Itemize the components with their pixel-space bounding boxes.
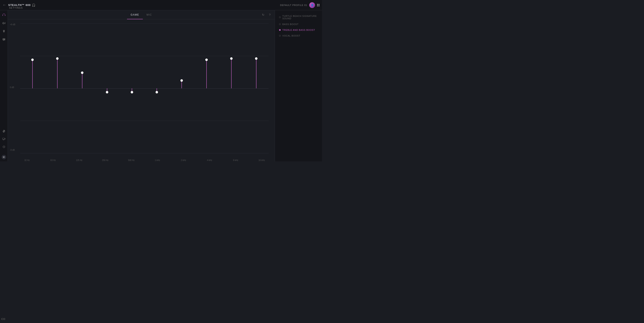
sidebar-item-settings[interactable] [2,129,6,133]
preset-item-0[interactable]: TURTLE BEACH SIGNATURE SOUND [278,13,320,21]
svg-rect-3 [3,22,4,24]
freq-label-500Hz: 500 Hz [118,159,144,161]
headset-icon: 🎧 [32,3,36,7]
eq-dot[interactable] [56,57,58,60]
eq-sliders [20,23,268,153]
back-button[interactable]: ← [2,3,6,7]
tab-mic[interactable]: MIC [143,10,156,19]
svg-rect-4 [4,22,4,24]
eq-stem [32,60,33,88]
eq-band-2kHz[interactable] [169,23,194,153]
grid-icon[interactable] [317,4,320,6]
svg-rect-8 [3,140,4,140]
eq-stem [256,58,256,88]
db-label-mid: 0 dB [10,86,15,88]
freq-label-32Hz: 32 Hz [14,159,40,161]
sidebar: M [0,10,8,161]
tabs-bar: GAME MIC ↻ ? [8,10,275,19]
freq-label-125Hz: 125 Hz [66,159,92,161]
svg-rect-7 [5,138,5,139]
eq-band-1kHz[interactable] [144,23,169,153]
eq-band-500Hz[interactable] [120,23,144,153]
preset-item-3[interactable]: VOCAL BOOST [278,33,320,38]
freq-labels: 32 Hz63 Hz125 Hz250 Hz500 Hz1 kHz2 kHz4 … [14,159,275,161]
freq-label-2kHz: 2 kHz [170,159,196,161]
eq-band-125Hz[interactable] [70,23,95,153]
profile-area: DEFAULT PROFILE 01 👤 [280,2,320,8]
eq-dot[interactable] [180,79,183,82]
preset-label-3: VOCAL BOOST [282,34,300,37]
freq-label-250Hz: 250 Hz [92,159,118,161]
preset-dot-1 [279,23,281,25]
eq-stem [82,73,82,88]
eq-dot[interactable] [205,58,208,61]
svg-rect-2 [2,22,3,24]
eq-area: +9 dB 0 dB -9 dB 32 Hz63 Hz125 Hz250 Hz5… [8,19,275,161]
main-layout: M GAME MIC ↻ ? +9 dB 0 dB -9 dB [0,10,322,161]
eq-dot[interactable] [230,57,232,60]
eq-band-4kHz[interactable] [194,23,219,153]
preset-label-0: TURTLE BEACH SIGNATURE SOUND [282,15,318,20]
avatar[interactable]: 👤 [309,2,315,8]
db-label-bot: -9 dB [10,149,15,151]
svg-rect-6 [2,138,4,139]
svg-rect-0 [2,15,3,16]
svg-rect-5 [5,22,5,24]
preset-dot-3 [279,35,281,36]
eq-band-8kHz[interactable] [219,23,244,153]
freq-label-8kHz: 8 kHz [222,159,249,161]
db-labels: +9 dB 0 dB -9 dB [10,23,15,151]
app-title-text: STEALTH™ 600 [8,3,30,6]
preset-dot-2 [279,29,281,31]
eq-band-16kHz[interactable] [244,23,268,153]
eq-dot[interactable] [81,71,84,74]
settings-label: SETTINGS [9,6,23,9]
eq-stem [206,60,207,88]
help-button[interactable]: ? [267,12,272,17]
eq-grid [20,23,268,153]
center-content: GAME MIC ↻ ? +9 dB 0 dB -9 dB [8,10,275,161]
svg-rect-1 [5,15,5,16]
sidebar-item-headset[interactable] [2,13,6,17]
eq-band-250Hz[interactable] [95,23,120,153]
profile-label: DEFAULT PROFILE 01 [280,4,307,6]
m-badge[interactable]: M [2,155,6,159]
preset-label-2: TREBLE AND BASS BOOST [282,29,315,31]
eq-band-63Hz[interactable] [45,23,70,153]
tab-actions: ↻ ? [261,12,272,17]
preset-item-1[interactable]: BASS BOOST [278,22,320,27]
app-title: STEALTH™ 600 🎧 [8,3,36,7]
freq-label-16kHz: 16 kHz [249,159,275,161]
sidebar-m-badge-area: M [2,155,6,159]
sidebar-item-chat[interactable] [2,37,6,42]
eq-stem [57,58,58,88]
eq-dot[interactable] [156,91,158,93]
preset-label-1: BASS BOOST [282,23,298,25]
topbar: ← STEALTH™ 600 🎧 SETTINGS DEFAULT PROFIL… [0,0,322,10]
freq-label-63Hz: 63 Hz [40,159,66,161]
sidebar-bottom [2,129,6,149]
reset-button[interactable]: ↻ [261,12,266,17]
eq-band-32Hz[interactable] [20,23,45,153]
preset-item-2[interactable]: TREBLE AND BASS BOOST [278,27,320,32]
sidebar-item-extra[interactable] [2,145,6,149]
sidebar-item-equalizer[interactable] [2,21,6,25]
grid-h-line [20,153,268,153]
eq-dot[interactable] [31,58,34,61]
sidebar-item-devices[interactable] [2,137,6,141]
eq-dot[interactable] [106,91,108,93]
freq-label-1kHz: 1 kHz [144,159,170,161]
eq-dot[interactable] [131,91,133,93]
sidebar-item-location[interactable] [2,29,6,34]
preset-dot-0 [279,16,281,18]
right-panel: TURTLE BEACH SIGNATURE SOUNDBASS BOOSTTR… [275,10,322,161]
eq-dot[interactable] [255,57,258,60]
freq-label-4kHz: 4 kHz [196,159,222,161]
db-label-top: +9 dB [10,23,15,26]
tab-game[interactable]: GAME [127,10,143,19]
eq-stem [231,58,232,88]
